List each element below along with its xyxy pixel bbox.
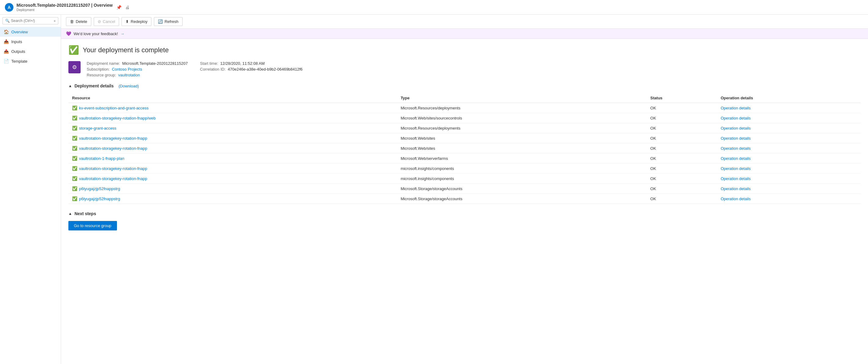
deploy-name-value: Microsoft.Template-20201228115207 <box>122 61 188 66</box>
resource-link[interactable]: vaultrotation-storagekey-rotation-fnapp <box>79 146 147 151</box>
table-row: ✅ vaultrotation-1-fnapp-plan Microsoft.W… <box>68 153 861 164</box>
operation-details-link[interactable]: Operation details <box>720 116 750 120</box>
table-row: ✅ vaultrotation-storagekey-rotation-fnap… <box>68 133 861 143</box>
operation-details-link[interactable]: Operation details <box>720 176 750 181</box>
collapse-icon[interactable]: « <box>54 19 56 23</box>
deploy-name-field: Deployment name: Microsoft.Template-2020… <box>87 61 188 66</box>
status-cell: OK <box>647 103 717 113</box>
resource-link[interactable]: vaultrotation-storagekey-rotation-fnapp <box>79 166 147 171</box>
operation-details-link[interactable]: Operation details <box>720 166 750 171</box>
resource-cell: ✅ storage-grant-access <box>68 123 397 133</box>
resource-link[interactable]: storage-grant-access <box>79 126 116 131</box>
delete-button[interactable]: 🗑 Delete <box>66 17 91 26</box>
sidebar-nav: 🏠 Overview 📥 Inputs 📤 Outputs 📄 Template <box>0 27 61 66</box>
resource-cell: ✅ kv-event-subscription-and-grant-access <box>68 103 397 113</box>
status-cell: OK <box>647 143 717 153</box>
main-content: 🗑 Delete ⊘ Cancel ⬆ Redeploy 🔄 Refresh 💜… <box>61 15 868 364</box>
status-cell: OK <box>647 123 717 133</box>
deploy-rg-field: Resource group: vaultrotation <box>87 73 188 77</box>
resource-cell: ✅ vaultrotation-storagekey-rotation-fnap… <box>68 164 397 174</box>
chevron-up-icon: ▲ <box>68 84 72 88</box>
refresh-button[interactable]: 🔄 Refresh <box>154 17 183 26</box>
resource-link[interactable]: p6tyugajzjp52fnappstrg <box>79 197 120 201</box>
search-input[interactable] <box>11 19 54 23</box>
deploy-info: ⚙ Deployment name: Microsoft.Template-20… <box>68 61 861 77</box>
resource-cell: ✅ p6tyugajzjp52fnappstrg <box>68 194 397 204</box>
type-cell: Microsoft.Resources/deployments <box>397 103 647 113</box>
deploy-correlation-field: Correlation ID: 470e246e-a38e-40ed-b9b2-… <box>200 67 303 72</box>
status-cell: OK <box>647 194 717 204</box>
deploy-rg-link[interactable]: vaultrotation <box>118 73 140 77</box>
operation-cell: Operation details <box>717 164 861 174</box>
operation-details-link[interactable]: Operation details <box>720 156 750 161</box>
template-icon: 📄 <box>4 59 9 63</box>
deploy-start-time-label: Start time: <box>200 61 218 66</box>
next-steps-header[interactable]: ▲ Next steps <box>68 211 861 216</box>
operation-cell: Operation details <box>717 103 861 113</box>
type-cell: microsoft.insights/components <box>397 174 647 184</box>
feedback-link[interactable]: → <box>120 31 124 36</box>
resource-cell: ✅ p6tyugajzjp52fnappstrg <box>68 184 397 194</box>
deploy-header: ✅ Your deployment is complete <box>68 45 861 55</box>
sidebar-item-overview[interactable]: 🏠 Overview <box>0 27 61 37</box>
print-icon[interactable]: 🖨 <box>125 5 129 10</box>
resource-link[interactable]: p6tyugajzjp52fnappstrg <box>79 187 120 191</box>
deploy-complete-title: Your deployment is complete <box>83 46 169 54</box>
inputs-icon: 📥 <box>4 39 9 44</box>
operation-details-link[interactable]: Operation details <box>720 197 750 201</box>
top-bar: A Microsoft.Template-20201228115207 | Ov… <box>0 0 868 15</box>
deploy-start-time-field: Start time: 12/28/2020, 11:52:08 AM <box>200 61 303 66</box>
operation-details-link[interactable]: Operation details <box>720 136 750 141</box>
deploy-subscription-label: Subscription: <box>87 67 110 72</box>
deploy-name-label: Deployment name: <box>87 61 120 66</box>
next-steps-chevron: ▲ <box>68 212 72 216</box>
operation-cell: Operation details <box>717 184 861 194</box>
next-steps-title: Next steps <box>74 211 96 216</box>
deploy-subscription-link[interactable]: Contoso Projects <box>112 67 142 72</box>
operation-cell: Operation details <box>717 113 861 123</box>
sidebar: 🔍 « 🏠 Overview 📥 Inputs 📤 Outputs 📄 Temp… <box>0 15 61 364</box>
outputs-icon: 📤 <box>4 49 9 54</box>
deploy-complete-icon: ✅ <box>68 45 79 55</box>
toolbar: 🗑 Delete ⊘ Cancel ⬆ Redeploy 🔄 Refresh <box>61 15 868 29</box>
cancel-button[interactable]: ⊘ Cancel <box>94 17 119 26</box>
content-area: ✅ Your deployment is complete ⚙ Deployme… <box>61 39 868 236</box>
operation-details-link[interactable]: Operation details <box>720 106 750 110</box>
resource-link[interactable]: vaultrotation-storagekey-rotation-fnapp <box>79 176 147 181</box>
resource-link[interactable]: kv-event-subscription-and-grant-access <box>79 106 149 110</box>
type-cell: Microsoft.Storage/storageAccounts <box>397 194 647 204</box>
table-row: ✅ vaultrotation-storagekey-rotation-fnap… <box>68 164 861 174</box>
row-check-icon: ✅ <box>72 125 77 131</box>
download-link[interactable]: (Download) <box>119 84 138 88</box>
sidebar-item-inputs[interactable]: 📥 Inputs <box>0 37 61 47</box>
deploy-right: Start time: 12/28/2020, 11:52:08 AM Corr… <box>200 61 303 77</box>
redeploy-icon: ⬆ <box>125 19 129 24</box>
go-to-resource-group-button[interactable]: Go to resource group <box>68 221 117 230</box>
redeploy-button[interactable]: ⬆ Redeploy <box>122 17 151 26</box>
status-cell: OK <box>647 113 717 123</box>
resource-link[interactable]: vaultrotation-storagekey-rotation-fnapp/… <box>79 116 156 120</box>
deploy-fields: Deployment name: Microsoft.Template-2020… <box>87 61 188 77</box>
resource-cell: ✅ vaultrotation-storagekey-rotation-fnap… <box>68 174 397 184</box>
resource-cell: ✅ vaultrotation-storagekey-rotation-fnap… <box>68 143 397 153</box>
operation-cell: Operation details <box>717 133 861 143</box>
search-box[interactable]: 🔍 « <box>2 17 58 24</box>
deploy-rg-label: Resource group: <box>87 73 116 77</box>
operation-details-link[interactable]: Operation details <box>720 146 750 151</box>
deploy-subscription-field: Subscription: Contoso Projects <box>87 67 188 72</box>
pin-icon[interactable]: 📌 <box>116 5 122 10</box>
operation-details-link[interactable]: Operation details <box>720 187 750 191</box>
row-check-icon: ✅ <box>72 166 77 171</box>
operation-cell: Operation details <box>717 143 861 153</box>
deployment-details-header[interactable]: ▲ Deployment details (Download) <box>68 83 861 88</box>
resource-link[interactable]: vaultrotation-storagekey-rotation-fnapp <box>79 136 147 141</box>
page-subtitle: Deployment <box>17 8 113 11</box>
sidebar-item-outputs[interactable]: 📤 Outputs <box>0 47 61 56</box>
row-check-icon: ✅ <box>72 146 77 151</box>
resource-link[interactable]: vaultrotation-1-fnapp-plan <box>79 156 124 161</box>
operation-details-link[interactable]: Operation details <box>720 126 750 131</box>
sidebar-item-label-inputs: Inputs <box>11 39 22 44</box>
sidebar-item-template[interactable]: 📄 Template <box>0 56 61 66</box>
type-cell: microsoft.insights/components <box>397 164 647 174</box>
deploy-correlation-label: Correlation ID: <box>200 67 226 72</box>
